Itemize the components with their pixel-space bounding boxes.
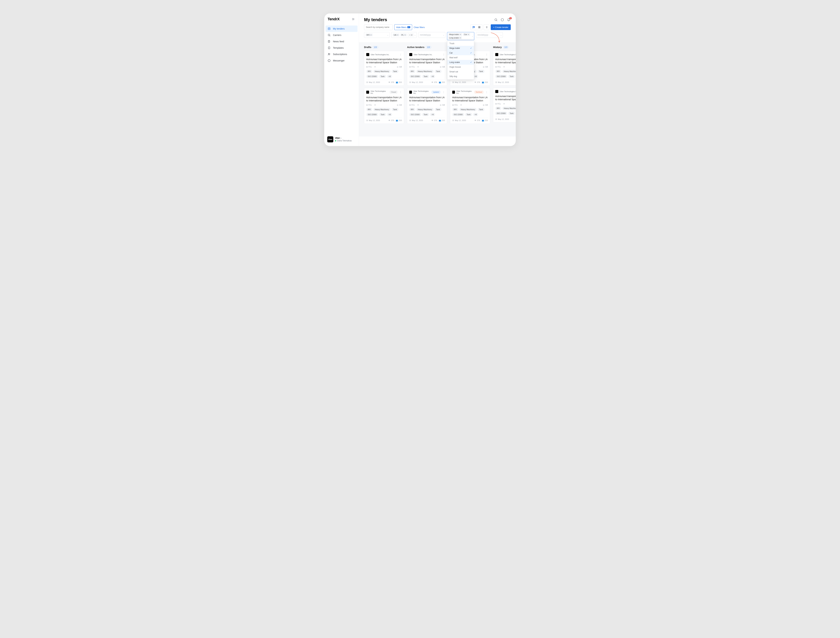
card-chip: Heavy Machinery xyxy=(416,108,433,111)
dropdown-option[interactable]: Mad wolf xyxy=(448,55,474,60)
card-company: Uber Technologies Inc. xyxy=(413,90,430,94)
check-icon: ✓ xyxy=(470,47,472,49)
search-icon[interactable] xyxy=(494,18,498,22)
tender-card[interactable]: Uber Technologies Inc.⋮ Astrounaut trans… xyxy=(364,51,404,85)
card-menu-icon[interactable]: ⋮ xyxy=(400,53,402,56)
card-company: Uber Technologies Inc. xyxy=(414,54,432,55)
account-avatar: Uber xyxy=(327,136,333,142)
check-icon: ✓ xyxy=(470,52,472,54)
svg-rect-15 xyxy=(478,27,479,28)
sidebar-item-news-feed[interactable]: News feed xyxy=(326,38,358,45)
main-content: My tenders 5 Hide filters 2 xyxy=(359,13,516,146)
fcl-icon: ⊕ FCL xyxy=(409,104,415,106)
plane-icon: ✈ xyxy=(460,104,462,106)
dropdown-option[interactable]: Mega trailer✓ xyxy=(448,46,474,51)
dropdown-option[interactable]: Long snake✓ xyxy=(448,60,474,65)
hide-filters-button[interactable]: Hide filters 2 xyxy=(394,24,412,30)
people-icon: 👥 203 xyxy=(396,119,402,122)
bell-icon[interactable]: 5 xyxy=(507,18,510,22)
filter-type-select[interactable]: RFI✕ ⌄ xyxy=(364,32,389,38)
card-chip: Tank xyxy=(508,112,515,115)
card-chip: Tank xyxy=(392,108,399,111)
location-icon: ◎ GB xyxy=(440,66,445,68)
views-icon: 👁 376 xyxy=(388,119,394,122)
account-switcher[interactable]: Uber Uber ▾ Daria Tokmakoa xyxy=(324,134,359,146)
board-column-active: Active tenders123 Uber Technologies Inc.… xyxy=(407,46,447,133)
remove-tag-icon: ✕ xyxy=(397,34,398,36)
card-chip: Heavy Machinery xyxy=(502,69,516,73)
filter-date-to[interactable]: mm/dd/yyyy ⌄ xyxy=(476,32,503,38)
card-chip: Tank xyxy=(478,69,484,73)
card-chip: +9 xyxy=(387,113,392,116)
card-chip: ISO 22000 xyxy=(495,112,507,115)
card-title: Astrounaut transportation from LA to Int… xyxy=(452,96,488,102)
tender-card[interactable]: Uber Technologies Inc.Closed⋮ Astrounaut… xyxy=(364,88,404,124)
sidebar-item-carriers[interactable]: Carriers xyxy=(326,32,358,38)
sidebar-item-templates[interactable]: Templates xyxy=(326,45,358,51)
card-title: Astrounaut transportation from LA to Int… xyxy=(366,58,402,64)
tender-card[interactable]: Uber Technologies Inc.⋮ Astrounaut trans… xyxy=(493,88,516,122)
clear-filters-link[interactable]: Clear filters xyxy=(414,26,425,28)
card-menu-icon[interactable]: ⋮ xyxy=(486,91,488,93)
plane-icon: ✈ xyxy=(417,104,419,106)
filter-tag[interactable]: UA✕ xyxy=(393,33,399,36)
plane-icon: ✈ xyxy=(503,66,505,68)
svg-rect-11 xyxy=(474,26,474,28)
card-chip: Tank xyxy=(379,75,386,78)
card-chip: ISO 22000 xyxy=(366,75,378,78)
card-menu-icon[interactable]: ⋮ xyxy=(486,53,488,56)
filter-tag[interactable]: RFI✕ xyxy=(365,33,373,36)
tender-card[interactable]: Uber Technologies Inc.Declined⋮ Astrouna… xyxy=(450,88,490,124)
filter-country-select[interactable]: UA✕ PL✕ + 10 ⌄ xyxy=(391,32,417,38)
card-chip: Tank xyxy=(422,113,429,116)
card-chip: Heavy Machinery xyxy=(459,108,477,111)
create-tender-button[interactable]: + Create tender xyxy=(491,24,511,30)
filter-tag[interactable]: Car✕ xyxy=(463,33,470,36)
column-count-badge: 123 xyxy=(426,46,431,48)
tender-card[interactable]: Uber Technologies Inc.Updated⋮ Astrounau… xyxy=(407,88,447,124)
filter-tag[interactable]: Mega trailer✕ xyxy=(448,33,462,36)
sidebar-item-label: Templates xyxy=(333,46,344,49)
check-icon: ✓ xyxy=(470,61,472,63)
card-company: Uber Technologies Inc. xyxy=(370,54,389,55)
filter-tag[interactable]: PL✕ xyxy=(400,33,407,36)
sidebar-collapse-button[interactable] xyxy=(351,17,356,22)
card-title: Astrounaut transportation from LA to Int… xyxy=(495,58,516,64)
dropdown-option[interactable]: Smart cat xyxy=(448,69,474,74)
sidebar-item-subscriptions[interactable]: Subscriptions xyxy=(326,51,358,57)
filter-vehicle-select[interactable]: Mega trailer✕ Car✕ Long snake✕ ⌄ Truck M… xyxy=(447,32,474,40)
tender-card[interactable]: Uber Technologies Inc.⋮ Astrounaut trans… xyxy=(407,51,447,85)
fcl-icon: ⊕ FCL xyxy=(452,104,458,106)
remove-tag-icon: ✕ xyxy=(370,34,372,36)
sidebar-item-my-tenders[interactable]: My tenders xyxy=(326,25,358,32)
dropdown-option[interactable]: Truck xyxy=(448,41,474,46)
chat-icon[interactable] xyxy=(501,18,504,22)
account-user: Daria Tokmakoa xyxy=(337,139,351,142)
card-chip: Tank xyxy=(435,108,441,111)
dropdown-option[interactable]: Car✓ xyxy=(448,51,474,55)
card-menu-icon[interactable]: ⋮ xyxy=(443,53,445,56)
kanban-view-button[interactable] xyxy=(471,25,476,30)
company-search-input[interactable] xyxy=(364,24,392,30)
search-icon xyxy=(327,33,331,36)
dropdown-option[interactable]: Silly dog xyxy=(448,74,474,79)
grid-view-button[interactable] xyxy=(476,25,482,30)
sidebar-item-label: News feed xyxy=(333,40,344,43)
views-icon: 👁 376 xyxy=(388,81,394,84)
filter-tag[interactable]: Long snake✕ xyxy=(448,36,462,39)
tender-card[interactable]: Uber Technologies Inc.⋮ Astrounaut trans… xyxy=(493,51,516,85)
card-menu-icon[interactable]: ⋮ xyxy=(443,91,445,93)
list-view-button[interactable] xyxy=(484,24,489,30)
filter-more-tag[interactable]: + 10 xyxy=(408,33,414,36)
chevron-down-icon: ⌄ xyxy=(387,34,388,36)
chevron-down-icon: ⌄ xyxy=(414,34,416,36)
filter-date-from[interactable]: mm/dd/yyyy ⌄ xyxy=(419,32,445,38)
card-chip: +9 xyxy=(430,75,435,78)
chevron-down-icon: ⌄ xyxy=(472,35,473,37)
plane-icon: ✈ xyxy=(417,66,419,68)
status-badge: Updated xyxy=(432,91,440,93)
sidebar-item-messenger[interactable]: Messenger xyxy=(326,57,358,64)
card-menu-icon[interactable]: ⋮ xyxy=(400,91,402,93)
dropdown-option[interactable]: Huge mouse xyxy=(448,65,474,69)
location-icon: ◎ GB xyxy=(483,104,488,106)
